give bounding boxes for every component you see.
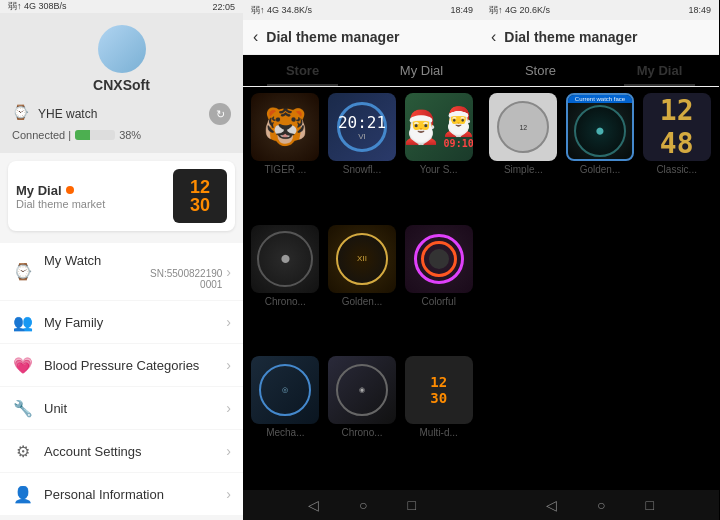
sync-button[interactable]: ↻ [209,103,231,125]
dial-thumb-snowfl: 20:21 VI [328,93,396,161]
menu-item-account-settings[interactable]: ⚙ Account Settings › [0,430,243,472]
colorful-innermost [429,249,449,269]
dial-item-tiger[interactable]: TIGER ... [249,93,322,221]
tab-store-3[interactable]: Store [481,55,600,86]
avatar [98,25,146,73]
dial-name-yours: Your S... [420,164,458,175]
dial-name-tiger: TIGER ... [264,164,306,175]
dial-title: My Dial [16,183,173,198]
dial-item-golden-dark[interactable]: Current watch face ⬤ Golden... [564,93,637,484]
menu-list: ⌚ My Watch SN:55008221900001 › 👥 My Fami… [0,239,243,520]
dial-name-multid: Multi-d... [419,427,457,438]
panel2-header: ‹ Dial theme manager [243,20,481,55]
status-right-2: 18:49 [450,5,473,15]
dial-name-golden2: Golden... [342,296,383,307]
android-recents-3[interactable]: □ [646,497,654,513]
menu-label-account-settings: Account Settings [44,444,222,459]
device-name: YHE watch [38,107,209,121]
dial-name-snowfl: Snowfl... [343,164,381,175]
status-right-3: 18:49 [688,5,711,15]
mydial-grid: 12 Simple... Current watch face ⬤ Golden… [481,87,719,490]
android-nav-2: ◁ ○ □ [243,490,481,520]
menu-item-unit[interactable]: 🔧 Unit › [0,387,243,429]
dial-item-colorful[interactable]: Colorful [402,225,475,353]
menu-item-my-family[interactable]: 👥 My Family › [0,301,243,343]
dial-manager-mydial-panel: 弱↑ 4G 20.6K/s 18:49 ‹ Dial theme manager… [481,0,719,520]
dial-card[interactable]: My Dial Dial theme market 12 30 [8,161,235,231]
dial-name-classic: Classic... [656,164,697,175]
device-row: ⌚ YHE watch ↻ [12,99,231,129]
username: CNXSoft [93,77,150,93]
android-recents-2[interactable]: □ [408,497,416,513]
dial-item-multid[interactable]: 12 30 Multi-d... [402,356,475,484]
dial-thumb-multid: 12 30 [405,356,473,424]
dial-item-simple[interactable]: 12 Simple... [487,93,560,484]
menu-item-blood-pressure[interactable]: 💗 Blood Pressure Categories › [0,344,243,386]
current-badge: Current watch face [568,95,632,103]
watch-menu-icon: ⌚ [12,261,34,283]
battery-fill [75,130,90,140]
menu-label-my-family: My Family [44,315,222,330]
android-back-2[interactable]: ◁ [308,497,319,513]
family-icon: 👥 [12,311,34,333]
dial-time-top: 12 [190,178,210,196]
dial-name-golden-dark: Golden... [580,164,621,175]
android-back-3[interactable]: ◁ [546,497,557,513]
back-button-2[interactable]: ‹ [253,28,258,46]
menu-label-unit: Unit [44,401,222,416]
status-left-1: 弱↑ 4G 308B/s [8,0,67,13]
panel2-title: Dial theme manager [266,29,399,45]
tab-my-dial-3[interactable]: My Dial [600,55,719,86]
connected-row: Connected | 38% [12,129,231,141]
dial-name-chrono2: Chrono... [341,427,382,438]
android-home-3[interactable]: ○ [597,497,605,513]
menu-item-personal-info[interactable]: 👤 Personal Information › [0,473,243,515]
dial-name-mecha: Mecha... [266,427,304,438]
personal-icon: 👤 [12,483,34,505]
panel3-header: ‹ Dial theme manager [481,20,719,55]
arrow-icon-my-family: › [226,314,231,330]
blood-pressure-icon: 💗 [12,354,34,376]
battery-bar [75,130,115,140]
dial-item-golden2[interactable]: XII Golden... [326,225,399,353]
status-left-3: 弱↑ 4G 20.6K/s [489,4,550,17]
colorful-inner [421,241,457,277]
tabs-panel2: Store My Dial [243,55,481,87]
status-bar-2: 弱↑ 4G 34.8K/s 18:49 [243,0,481,20]
snowfl-ring: 20:21 VI [337,102,387,152]
dial-manager-store-panel: 弱↑ 4G 34.8K/s 18:49 ‹ Dial theme manager… [243,0,481,520]
watch-icon: ⌚ [12,104,32,124]
dial-thumb-classic: 12 48 [643,93,711,161]
tab-store-2[interactable]: Store [243,55,362,86]
dial-dot [66,186,74,194]
dial-thumb-golden2: XII [328,225,396,293]
dial-item-classic[interactable]: 12 48 Classic... [640,93,713,484]
tab-my-dial-2[interactable]: My Dial [362,55,481,86]
menu-item-my-watch[interactable]: ⌚ My Watch SN:55008221900001 › [0,243,243,300]
status-bar-1: 弱↑ 4G 308B/s 22:05 [0,0,243,13]
dial-name-colorful: Colorful [421,296,455,307]
dial-thumb-chrono1: ⬤ [251,225,319,293]
battery-percent: 38% [119,129,141,141]
panel3-title: Dial theme manager [504,29,637,45]
clock-face-chrono1: ⬤ [257,231,313,287]
dial-item-snowfl[interactable]: 20:21 VI Snowfl... [326,93,399,221]
dial-name-simple: Simple... [504,164,543,175]
back-button-3[interactable]: ‹ [491,28,496,46]
dial-item-chrono1[interactable]: ⬤ Chrono... [249,225,322,353]
android-home-2[interactable]: ○ [359,497,367,513]
dial-thumb-chrono2: ◉ [328,356,396,424]
dial-thumb-colorful [405,225,473,293]
dial-item-chrono2[interactable]: ◉ Chrono... [326,356,399,484]
dial-name-chrono1: Chrono... [265,296,306,307]
arrow-icon-blood-pressure: › [226,357,231,373]
settings-icon: ⚙ [12,440,34,462]
status-right-1: 22:05 [212,2,235,12]
colorful-rings [414,234,464,284]
store-dial-grid: TIGER ... 20:21 VI Snowfl... 🎅 09:10 You… [243,87,481,490]
dial-item-mecha[interactable]: ◎ Mecha... [249,356,322,484]
multid-time-top: 12 [430,374,447,390]
dial-time-bot: 30 [190,196,210,214]
dial-item-yours[interactable]: 🎅 09:10 Your S... [402,93,475,221]
dial-preview: 12 30 [173,169,227,223]
